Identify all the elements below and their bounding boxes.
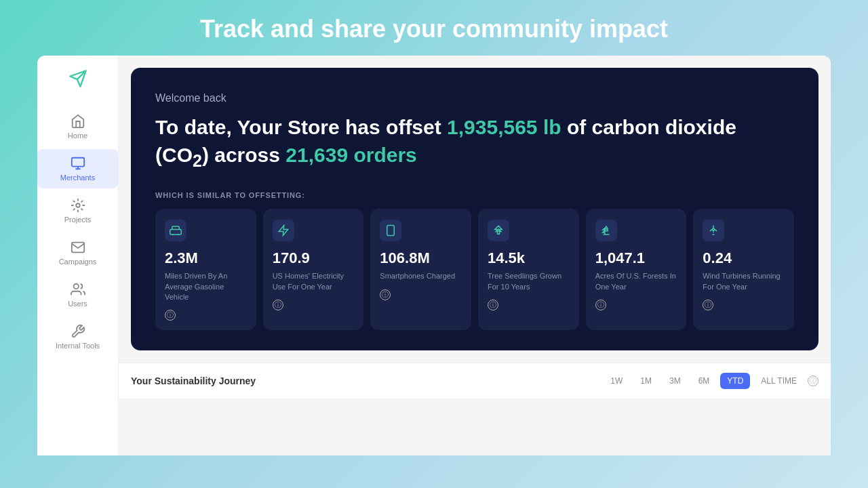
home-icon (71, 114, 85, 129)
svg-rect-0 (71, 158, 83, 167)
lightning-icon (273, 220, 294, 241)
journey-label: Your Sustainability Journey (131, 375, 256, 386)
trees-number: 14.5k (488, 249, 570, 267)
app-container: Home Merchants Projects Campaigns (37, 56, 831, 455)
filter-all-time[interactable]: ALL TIME (754, 373, 804, 389)
filter-3m[interactable]: 3M (663, 373, 688, 389)
svg-point-5 (178, 234, 179, 235)
filter-1w[interactable]: 1W (604, 373, 629, 389)
orders-highlight: 21,639 orders (285, 144, 416, 166)
miles-number: 2.3M (165, 249, 247, 267)
sidebar-item-users[interactable]: Users (37, 275, 118, 314)
svg-point-9 (713, 228, 715, 230)
sidebar-item-campaigns[interactable]: Campaigns (37, 233, 118, 272)
sidebar: Home Merchants Projects Campaigns (37, 56, 119, 455)
bottom-bar: Your Sustainability Journey 1W 1M 3M 6M … (119, 363, 831, 399)
phone-icon (380, 220, 401, 241)
sidebar-item-home[interactable]: Home (37, 107, 118, 146)
svg-marker-6 (279, 226, 288, 236)
homes-info-icon[interactable]: ⓘ (273, 299, 355, 310)
campaigns-icon (71, 240, 85, 255)
homes-description: US Homes' Electricity Use For One Year (273, 271, 355, 292)
svg-point-2 (73, 284, 78, 289)
forests-number: 1,047.1 (595, 249, 677, 267)
stat-card-phones: 106.8M Smartphones Charged ⓘ (370, 209, 471, 330)
wind-info-icon[interactable]: ⓘ (703, 299, 785, 310)
filter-6m[interactable]: 6M (692, 373, 717, 389)
phones-description: Smartphones Charged (380, 271, 462, 281)
time-info-icon[interactable]: ⓘ (808, 375, 818, 386)
send-icon (68, 69, 87, 88)
sidebar-item-internal-tools-label: Internal Tools (56, 342, 100, 350)
forests-info-icon[interactable]: ⓘ (595, 299, 677, 310)
sidebar-item-projects-label: Projects (64, 216, 92, 224)
time-filters: 1W 1M 3M 6M YTD ALL TIME ⓘ (604, 373, 818, 389)
svg-point-1 (76, 203, 80, 207)
sidebar-item-home-label: Home (68, 131, 87, 140)
stat-card-miles: 2.3M Miles Driven By An Average Gasoline… (155, 209, 256, 330)
svg-point-4 (172, 234, 174, 235)
sidebar-item-merchants[interactable]: Merchants (37, 149, 118, 188)
page-title: Track and share your community impact (0, 0, 868, 56)
projects-icon (71, 198, 85, 213)
merchants-icon (71, 156, 85, 171)
phones-number: 106.8M (380, 249, 462, 267)
car-icon (165, 220, 186, 241)
sidebar-item-merchants-label: Merchants (60, 174, 95, 182)
offset-headline: To date, Your Store has offset 1,935,565… (155, 114, 794, 172)
sidebar-item-campaigns-label: Campaigns (59, 258, 97, 266)
forest-icon (595, 220, 617, 241)
wind-turbine-icon (703, 220, 724, 241)
sidebar-item-users-label: Users (68, 300, 87, 308)
main-content: Welcome back To date, Your Store has off… (119, 56, 831, 455)
trees-description: Tree Seedlings Grown For 10 Years (488, 271, 570, 292)
stat-cards: 2.3M Miles Driven By An Average Gasoline… (155, 209, 794, 330)
phones-info-icon[interactable]: ⓘ (380, 289, 462, 300)
wind-description: Wind Turbines Running For One Year (703, 271, 785, 292)
wind-number: 0.24 (703, 249, 785, 267)
sidebar-item-internal-tools[interactable]: Internal Tools (37, 317, 118, 357)
offset-amount: 1,935,565 lb (447, 116, 561, 138)
welcome-text: Welcome back (155, 92, 794, 104)
filter-ytd[interactable]: YTD (720, 373, 750, 389)
stat-card-wind: 0.24 Wind Turbines Running For One Year … (693, 209, 794, 330)
users-icon (71, 282, 85, 297)
tools-icon (71, 324, 85, 339)
filter-1m[interactable]: 1M (633, 373, 658, 389)
forests-description: Acres Of U.S. Forests In One Year (595, 271, 677, 292)
stat-card-trees: 14.5k Tree Seedlings Grown For 10 Years … (478, 209, 579, 330)
hero-panel: Welcome back To date, Your Store has off… (131, 68, 818, 350)
similar-label: WHICH IS SIMILAR TO OFFSETTING: (155, 191, 794, 199)
trees-info-icon[interactable]: ⓘ (488, 299, 570, 310)
homes-number: 170.9 (273, 249, 355, 267)
headline-prefix: To date, Your Store has offset (155, 116, 447, 138)
stat-card-homes: 170.9 US Homes' Electricity Use For One … (263, 209, 364, 330)
stat-card-forests: 1,047.1 Acres Of U.S. Forests In One Yea… (586, 209, 687, 330)
app-logo (62, 62, 94, 95)
svg-rect-3 (170, 230, 182, 235)
miles-description: Miles Driven By An Average Gasoline Vehi… (165, 271, 247, 302)
tree-icon (488, 220, 509, 241)
miles-info-icon[interactable]: ⓘ (165, 309, 247, 321)
sidebar-item-projects[interactable]: Projects (37, 191, 118, 230)
